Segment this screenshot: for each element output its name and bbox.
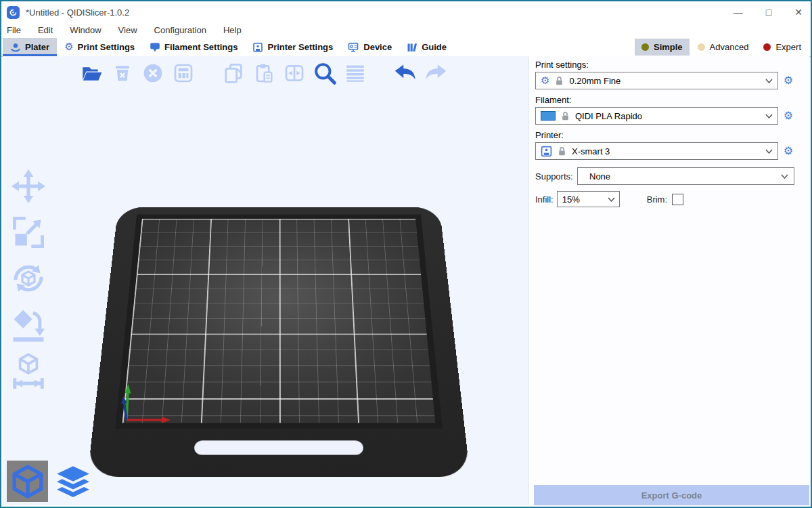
supports-label: Supports: <box>535 171 576 182</box>
rotate-button[interactable] <box>9 259 48 298</box>
variable-layer-height-button[interactable] <box>342 60 369 87</box>
mode-advanced[interactable]: Advanced <box>691 39 756 56</box>
menubar: File Edit Window View Configuration Help <box>1 22 811 38</box>
simple-mode-dot-icon <box>641 43 649 51</box>
chevron-down-icon <box>765 114 773 119</box>
menu-edit[interactable]: Edit <box>38 25 53 35</box>
circle-x-icon <box>142 62 164 84</box>
chevron-down-icon <box>765 79 773 83</box>
move-arrows-icon <box>11 169 46 204</box>
trash-x-icon <box>112 63 133 83</box>
profile-gear-icon: ⚙ <box>541 76 549 86</box>
paste-button[interactable] <box>250 60 277 87</box>
filament-label: Filament: <box>535 95 794 105</box>
copy-icon <box>223 62 244 84</box>
tab-printer-settings[interactable]: Printer Settings <box>245 38 340 56</box>
rotate-cube-icon <box>10 260 47 297</box>
open-button[interactable] <box>78 60 106 87</box>
maximize-button[interactable]: □ <box>766 7 771 18</box>
delete-all-button[interactable] <box>139 60 166 87</box>
print-settings-value: 0.20mm Fine <box>569 76 760 86</box>
print-settings-combo[interactable]: ⚙ 0.20mm Fine <box>535 72 778 89</box>
tab-filament-settings[interactable]: Filament Settings <box>142 38 245 56</box>
menu-configuration[interactable]: Configuration <box>154 25 206 35</box>
undo-arrow-icon <box>393 62 418 85</box>
print-settings-label: Print settings: <box>535 60 794 70</box>
printer-icon <box>541 146 552 157</box>
editor-view-button[interactable] <box>7 461 48 502</box>
undo-button[interactable] <box>392 60 419 87</box>
printer-label: Printer: <box>535 130 794 140</box>
measure-button[interactable] <box>9 351 48 390</box>
scale-button[interactable] <box>9 213 48 252</box>
export-gcode-button[interactable]: Export G-code <box>534 485 809 505</box>
sliced-layers-icon <box>55 464 91 501</box>
edit-filament-button[interactable]: ⚙ <box>782 110 794 121</box>
place-on-face-icon <box>10 306 47 343</box>
search-button[interactable] <box>311 60 338 87</box>
edit-printer-button[interactable]: ⚙ <box>782 146 794 156</box>
preview-view-button[interactable] <box>54 463 92 502</box>
split-panes-icon <box>284 62 305 84</box>
mode-simple[interactable]: Simple <box>635 39 690 56</box>
brim-checkbox[interactable] <box>672 194 683 205</box>
printer-icon <box>252 42 263 53</box>
gear-icon: ⚙ <box>64 42 73 52</box>
menu-window[interactable]: Window <box>70 25 101 35</box>
supports-combo[interactable]: None <box>577 167 794 185</box>
bed-handle-slot <box>194 440 364 454</box>
edit-print-settings-button[interactable]: ⚙ <box>782 75 794 86</box>
origin-axes-icon <box>110 377 177 431</box>
window-title: *Untitled - QIDISlicer-1.0.2 <box>26 7 129 18</box>
lock-icon <box>561 111 570 121</box>
plater-icon <box>10 42 21 53</box>
tab-print-settings[interactable]: ⚙ Print Settings <box>57 38 142 56</box>
lock-icon <box>558 146 566 156</box>
lock-icon <box>555 76 564 86</box>
search-icon <box>313 61 337 85</box>
viewport-toolbar <box>78 60 449 87</box>
menu-help[interactable]: Help <box>223 25 242 35</box>
paste-icon <box>253 62 275 84</box>
tab-plater[interactable]: Plater <box>3 38 57 56</box>
tab-guide[interactable]: Guide <box>399 38 454 56</box>
delete-button[interactable] <box>109 60 136 87</box>
settings-panel: Print settings: ⚙ 0.20mm Fine ⚙ Filament… <box>528 56 809 505</box>
filament-icon <box>150 42 160 53</box>
printer-combo[interactable]: X-smart 3 <box>535 142 778 160</box>
tab-device[interactable]: Device <box>340 38 399 56</box>
minimize-button[interactable]: — <box>734 7 743 18</box>
close-button[interactable]: ✕ <box>794 7 803 18</box>
redo-button[interactable] <box>422 60 449 87</box>
measure-icon <box>10 352 47 389</box>
chevron-down-icon <box>765 149 773 154</box>
infill-combo[interactable]: 15% <box>557 191 620 207</box>
chevron-down-icon <box>608 197 615 202</box>
brim-label: Brim: <box>647 194 667 205</box>
expert-mode-dot-icon <box>763 43 771 51</box>
mode-switcher: Simple Advanced Expert <box>635 38 808 56</box>
gizmo-toolbar <box>9 167 48 390</box>
infill-label: Infill: <box>535 194 554 205</box>
titlebar: *Untitled - QIDISlicer-1.0.2 — □ ✕ <box>1 1 811 22</box>
copy-button[interactable] <box>220 60 247 87</box>
split-to-objects-button[interactable] <box>281 60 308 87</box>
menu-view[interactable]: View <box>118 25 137 35</box>
chevron-down-icon <box>781 174 788 179</box>
layer-lines-icon <box>344 62 367 85</box>
filament-combo[interactable]: QIDI PLA Rapido <box>535 107 778 125</box>
device-icon <box>348 42 359 53</box>
advanced-mode-dot-icon <box>698 43 705 51</box>
arrange-button[interactable] <box>170 60 197 87</box>
move-button[interactable] <box>9 167 48 206</box>
bed-plate <box>87 207 470 477</box>
print-bed <box>87 207 470 477</box>
place-on-face-button[interactable] <box>9 305 48 344</box>
mode-expert[interactable]: Expert <box>757 39 808 56</box>
supports-value: None <box>589 171 781 182</box>
qidi-logo-icon <box>7 6 20 19</box>
3d-viewport[interactable] <box>3 56 528 505</box>
infill-value: 15% <box>562 194 608 205</box>
menu-file[interactable]: File <box>7 25 21 35</box>
cube-3d-view-icon <box>11 464 45 499</box>
